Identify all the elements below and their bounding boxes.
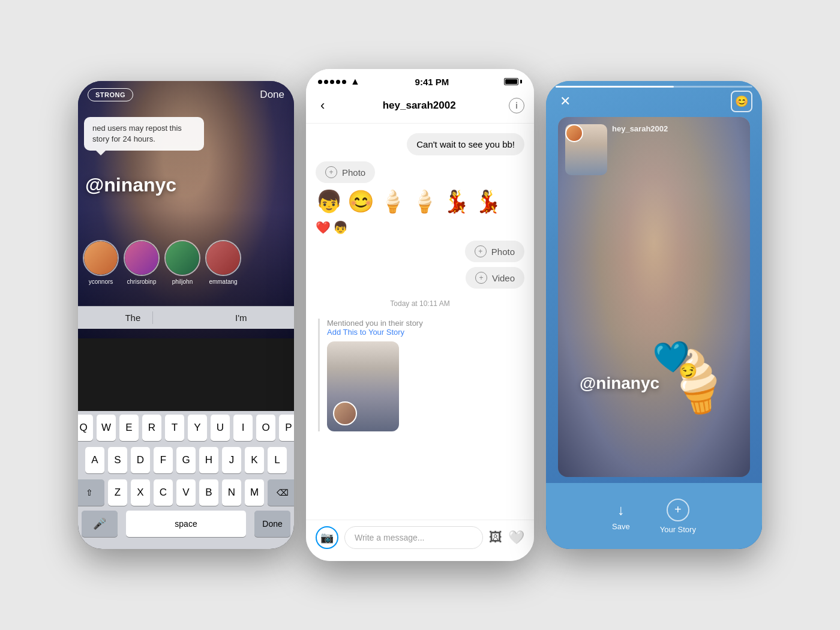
autocomplete-word-1[interactable]: The [113,311,153,324]
mention-link[interactable]: Add This to Your Story [327,328,524,337]
action-bubble-photo[interactable]: + Photo [316,161,375,183]
sent-video-bubble[interactable]: + Video [466,267,524,289]
camera-button[interactable]: 📷 [316,526,338,549]
save-button[interactable]: ↓ Save [612,502,630,531]
key-x[interactable]: X [131,479,150,506]
your-story-label: Your Story [660,525,696,534]
key-f[interactable]: F [154,447,173,473]
key-a[interactable]: A [85,447,104,473]
kb-row-3: ⇧ Z X C V B N M ⌫ [78,476,294,508]
key-shift[interactable]: ⇧ [78,479,104,506]
key-o[interactable]: O [256,415,275,441]
strong-badge: STRONG [88,88,133,101]
avatar-circle-2 [124,240,160,276]
key-b[interactable]: B [199,479,218,506]
mention-text: Mentioned you in their story [327,319,524,328]
face-heart-icon: 😏 [678,361,698,380]
story-image-area: hey_sarah2002 @ninanyc 🍦 💜 😏 [558,117,750,477]
story-close-button[interactable]: ✕ [556,92,575,111]
key-y[interactable]: Y [188,415,207,441]
story-mini-avatar [565,124,583,142]
key-v[interactable]: V [176,479,196,506]
mention-card: Mentioned you in their story Add This to… [318,319,524,431]
story-small-username: hey_sarah2002 [612,124,668,133]
message-input[interactable]: Write a message... [344,526,483,549]
close-icon: ✕ [560,94,571,109]
send-video-label: Video [492,273,515,283]
key-l[interactable]: L [268,447,287,473]
story-tooltip: ned users may repost this story for 24 h… [84,117,204,151]
signal-dot-1 [318,80,322,84]
key-q[interactable]: Q [78,415,93,441]
reactions-row: ❤️ 👦 [316,220,348,235]
key-r[interactable]: R [142,415,161,441]
key-u[interactable]: U [211,415,230,441]
avatar-img-4 [206,241,240,275]
gallery-icon[interactable]: 🖼 [489,530,502,545]
emoji-icecream-1: 🍦 [379,189,406,214]
battery-icon [504,78,518,85]
avatar-img-2 [125,241,158,275]
camera-icon: 📷 [320,531,334,544]
send-photo-label: Photo [491,247,515,257]
phone-story-view: ✕ 😊 hey_sarah2002 @ninanyc 🍦 [546,81,762,549]
key-backspace[interactable]: ⌫ [268,479,294,506]
key-k[interactable]: K [245,447,264,473]
key-space[interactable]: space [126,511,246,537]
battery-tip [520,80,522,83]
key-m[interactable]: M [245,479,264,506]
save-label: Save [612,522,630,531]
heart-icon[interactable]: 🤍 [508,530,524,545]
story-sticker-button[interactable]: 😊 [731,91,752,112]
key-mic[interactable]: 🎤 [82,511,118,537]
sent-actions: + Photo + Video [465,241,524,289]
key-p[interactable]: P [279,415,294,441]
avatar-item-3[interactable]: philjohn [164,240,200,285]
key-g[interactable]: G [176,447,196,473]
signal-dots: ▲ [318,76,360,87]
add-story-icon: + [667,499,689,521]
sent-photo-bubble[interactable]: + Photo [465,241,524,262]
key-z[interactable]: Z [108,479,127,506]
story-progress-bar [556,86,752,88]
msg-received-photo: + Photo [316,161,524,183]
wifi-icon: ▲ [350,76,360,87]
key-i[interactable]: I [233,415,253,441]
key-n[interactable]: N [222,479,241,506]
emoji-smile: 😊 [347,189,374,214]
status-bar: ▲ 9:41 PM [306,69,534,91]
key-w[interactable]: W [97,415,116,441]
kb-row-1: Q W E R T Y U I O P [78,411,294,443]
heart-sticker[interactable]: 💜 😏 [651,335,691,376]
bubble-text-1: Can't wait to see you bb! [407,133,524,155]
story-main-username: @ninanyc [580,374,659,393]
avatar-name-4: emmatang [209,278,237,285]
back-button[interactable]: ‹ [316,95,329,116]
reaction-heart: ❤️ [316,220,331,235]
avatar-item-1[interactable]: yconnors [83,240,119,285]
signal-dot-5 [342,80,346,84]
mic-icon: 🎤 [93,517,106,530]
story-done-button[interactable]: Done [260,89,284,101]
key-d[interactable]: D [131,447,150,473]
send-video-icon: + [475,272,487,284]
avatar-item-2[interactable]: chrisrobinp [124,240,160,285]
key-c[interactable]: C [154,479,173,506]
key-h[interactable]: H [199,447,218,473]
emoji-dancer-2: 💃 [475,189,502,214]
key-j[interactable]: J [222,447,241,473]
add-to-story-button[interactable]: + Your Story [660,499,696,534]
kb-row-4: 🎤 space Done [78,508,294,549]
avatar-item-4[interactable]: emmatang [205,240,241,285]
key-done[interactable]: Done [254,511,290,537]
reaction-person: 👦 [333,220,348,235]
key-s[interactable]: S [108,447,127,473]
message-placeholder: Write a message... [355,533,424,542]
dm-info-button[interactable]: i [509,98,524,113]
key-t[interactable]: T [165,415,184,441]
signal-dot-4 [336,80,340,84]
key-e[interactable]: E [119,415,139,441]
phone-dm: ▲ 9:41 PM ‹ hey_sarah2002 i [306,69,534,561]
autocomplete-word-2[interactable]: I'm [223,311,259,324]
dm-input-bar: 📷 Write a message... 🖼 🤍 [306,520,534,561]
